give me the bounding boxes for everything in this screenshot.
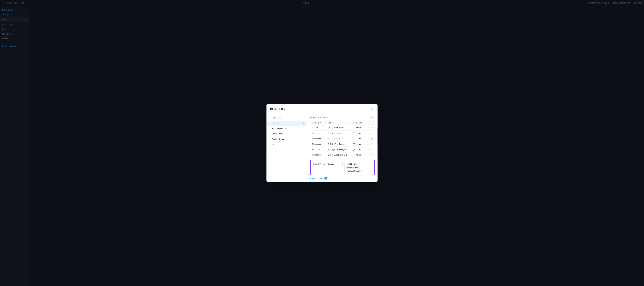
delete-icon[interactable]: 🗑	[371, 143, 373, 145]
modal-header: Global Filter ×	[266, 104, 378, 114]
widget-scope-row: Widget Scope IncludeExclude Fault Device…	[313, 162, 372, 173]
drag-icon: ≡	[270, 127, 270, 130]
add-data-source-button[interactable]: + Add	[370, 116, 374, 118]
cell-field: [P]mdmId	[351, 152, 365, 158]
drag-icon: ≡	[270, 143, 270, 146]
enable-clear-label: Enable Cleari...	[310, 177, 323, 179]
cell-field: [P]mdmId	[351, 136, 365, 141]
edit-icon[interactable]: ✏	[368, 143, 369, 145]
cell-field: [P]mdmId	[351, 130, 365, 136]
add-filter-icon: +	[270, 117, 270, 119]
enable-clear-checkbox[interactable]	[324, 177, 327, 180]
filter-item-label: Region Group	[272, 138, 301, 140]
enable-clear-row: Enable Cleari...	[310, 177, 374, 180]
tag-site-overview: Site Overview ×	[346, 166, 360, 169]
table-row: Realtime EnOS_Wind_Farm [P]mdmId ✏🗑	[310, 125, 374, 130]
widget-scope-section: Widget Scope IncludeExclude Fault Device…	[310, 160, 374, 175]
table-row: Timeseries EnOS_Solar_Site [P]mdmId ✏🗑	[310, 136, 374, 141]
cell-source: Timeseries	[310, 136, 326, 141]
widget-scope-label: Widget Scope	[313, 162, 325, 165]
edit-icon[interactable]: ✏	[368, 148, 369, 151]
cell-field: [P]mdmId	[351, 147, 365, 152]
col-dataset: Dataset	[326, 120, 351, 125]
scope-select-wrapper: IncludeExclude	[326, 162, 342, 166]
col-actions	[365, 120, 374, 125]
filter-item-label: Site Type Group	[272, 127, 301, 130]
panel-header: Linked Data Sources + Add	[310, 116, 374, 118]
widget-scope-select[interactable]: IncludeExclude	[326, 162, 342, 166]
delete-icon[interactable]: 🗑	[371, 127, 373, 129]
table-row: Realtime EnOS_Solar_Site [P]mdmId ✏🗑	[310, 130, 374, 136]
tag-close-realtime-output[interactable]: ×	[360, 170, 361, 172]
drag-icon: ≡	[270, 122, 270, 124]
edit-icon[interactable]: ✏	[368, 127, 369, 129]
filter-item-label: Group Name	[272, 133, 301, 135]
cell-source: Realtime	[310, 130, 326, 136]
col-data-field: Data Field	[351, 120, 365, 125]
cell-source: Timeseries	[310, 152, 326, 158]
scrollbar-thumb[interactable]	[377, 127, 378, 144]
data-sources-table: Data Source Dataset Data Field Realtime …	[310, 120, 374, 158]
cell-source: Realtime	[310, 125, 326, 130]
col-data-source: Data Source	[310, 120, 326, 125]
filter-item-label: Site List	[272, 122, 301, 124]
cell-source: Realtime	[310, 147, 326, 152]
modal-title: Global Filter	[270, 108, 285, 111]
expand-tags-icon[interactable]: ∨	[369, 167, 371, 169]
filter-item-site-type-group[interactable]: ≡ Site Type Group 🗑	[266, 126, 307, 131]
modal-body: + + Add Filter ≡ Site List 🗑 ≡ Site Type…	[266, 114, 378, 182]
edit-icon[interactable]: ✏	[368, 132, 369, 134]
filter-item-label: Group	[272, 143, 301, 146]
cell-dataset: EnOS_Solar_Site	[326, 136, 351, 141]
cell-dataset: EnOS_Solar_Site	[326, 130, 351, 136]
linked-data-sources-title: Linked Data Sources	[310, 116, 329, 118]
data-sources-panel: Linked Data Sources + Add Data Source Da…	[308, 114, 378, 182]
delete-icon[interactable]: 🗑	[371, 137, 373, 140]
cell-dataset: EnOS_Substation_Site	[326, 147, 351, 152]
close-icon: ×	[371, 107, 373, 111]
filter-panel: + + Add Filter ≡ Site List 🗑 ≡ Site Type…	[266, 114, 308, 182]
edit-icon[interactable]: ✏	[368, 154, 369, 156]
drag-icon: ≡	[270, 138, 270, 140]
table-row: Timeseries EnOS_Wind_Farm [P]mdmId ✏🗑	[310, 141, 374, 147]
cell-field: [P]mdmId	[351, 141, 365, 147]
filter-list: ≡ Site List 🗑 ≡ Site Type Group 🗑 ≡ Grou…	[266, 121, 307, 147]
table-row: Timeseries EnOS_Substation_Site [P]mdmId…	[310, 152, 374, 158]
filter-item-region-group[interactable]: ≡ Region Group 🗑	[266, 136, 307, 142]
filter-item-group[interactable]: ≡ Group 🗑	[266, 142, 307, 147]
filter-item-site-list[interactable]: ≡ Site List 🗑	[266, 121, 307, 126]
filter-item-group-name[interactable]: ≡ Group Name 🗑	[266, 131, 307, 136]
tag-close-site-overview[interactable]: ×	[358, 167, 359, 168]
drag-icon: ≡	[270, 133, 270, 135]
add-filter-button[interactable]: + + Add Filter	[266, 116, 284, 121]
delete-icon[interactable]: 🗑	[371, 148, 373, 151]
cell-dataset: EnOS_Wind_Farm	[326, 141, 351, 147]
cell-dataset: EnOS_Wind_Farm	[326, 125, 351, 130]
cell-field: [P]mdmId	[351, 125, 365, 130]
close-button[interactable]: ×	[370, 107, 374, 111]
tag-realtime-output: Realtime Output ×	[346, 170, 362, 172]
delete-icon[interactable]: 🗑	[302, 122, 304, 124]
tag-close-fault-devices[interactable]: ×	[358, 163, 359, 165]
modal-overlay: Global Filter × + + Add Filter ≡ Site Li…	[0, 0, 644, 286]
delete-icon[interactable]: 🗑	[371, 132, 373, 134]
tag-fault-devices: Fault Devices ×	[346, 163, 360, 165]
table-row: Realtime EnOS_Substation_Site [P]mdmId ✏…	[310, 147, 374, 152]
cell-dataset: EnOS_Substation_Site	[326, 152, 351, 158]
global-filter-modal: Global Filter × + + Add Filter ≡ Site Li…	[266, 104, 378, 182]
delete-icon[interactable]: 🗑	[371, 154, 373, 156]
scrollbar[interactable]	[377, 127, 378, 155]
edit-icon[interactable]: ✏	[368, 137, 369, 140]
widget-scope-tags-area[interactable]: Fault Devices × Site Overview × Realtime…	[344, 162, 372, 173]
cell-source: Timeseries	[310, 141, 326, 147]
